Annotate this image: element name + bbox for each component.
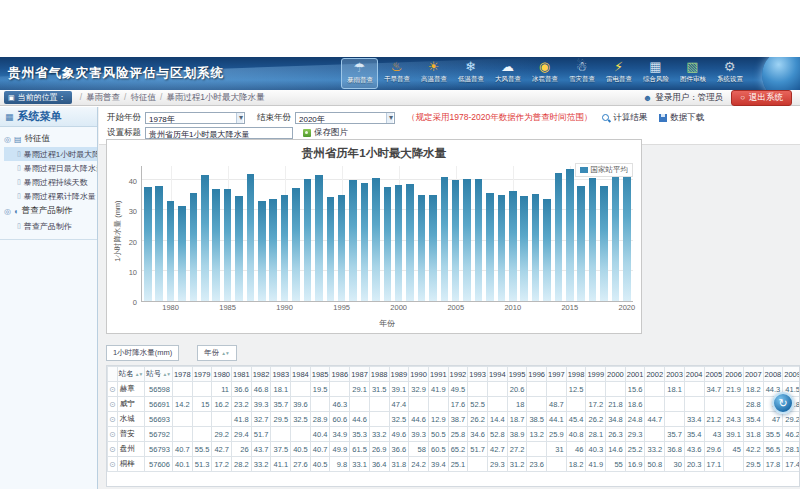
header-year-1998[interactable]: 1998 <box>566 367 586 382</box>
bar-2002[interactable] <box>418 195 426 301</box>
bar-1989[interactable] <box>269 199 277 301</box>
bar-1997[interactable] <box>361 183 369 301</box>
chart-title-input[interactable]: 贵州省历年1小时最大降水量 <box>145 127 293 139</box>
bar-1981[interactable] <box>178 206 186 302</box>
nav-item-干旱普查[interactable]: ♨干旱普查 <box>378 58 415 89</box>
row-select-icon[interactable]: ⊙ <box>108 457 118 472</box>
table-row-赫章[interactable]: ⊙赫章565981136.646.818.119.529.131.539.132… <box>108 382 800 397</box>
nav-item-低温普查[interactable]: ❄低温普查 <box>452 58 489 89</box>
header-year-2005[interactable]: 2005 <box>704 367 724 382</box>
row-select-icon[interactable]: ⊙ <box>108 412 118 427</box>
bar-2001[interactable] <box>406 184 414 301</box>
logout-button[interactable]: ○ 退出系统 <box>731 90 792 106</box>
header-year-1991[interactable]: 1991 <box>428 367 448 382</box>
nav-item-雷电普查[interactable]: ⚡雷电普查 <box>600 58 637 89</box>
bar-2011[interactable] <box>520 196 528 301</box>
bar-2017[interactable] <box>589 178 597 301</box>
bar-1999[interactable] <box>384 187 392 301</box>
header-year-2006[interactable]: 2006 <box>724 367 744 382</box>
header-year-1993[interactable]: 1993 <box>468 367 488 382</box>
sort-arrows-icon[interactable]: ▴▾ <box>163 371 171 377</box>
table-row-桐梓[interactable]: ⊙桐梓5760640.151.317.228.233.241.127.640.5… <box>108 457 800 472</box>
breadcrumb-item[interactable]: 暴雨普查 <box>86 92 120 104</box>
header-year-1979[interactable]: 1979 <box>192 367 212 382</box>
header-year-1994[interactable]: 1994 <box>487 367 507 382</box>
sort-arrows-icon[interactable]: ▴▾ <box>222 350 230 356</box>
bar-1979[interactable] <box>155 186 163 301</box>
header-year-2000[interactable]: 2000 <box>606 367 626 382</box>
bar-1980[interactable] <box>167 201 175 301</box>
nav-item-系统设置[interactable]: ⚙系统设置 <box>711 58 748 89</box>
header-year-2003[interactable]: 2003 <box>665 367 685 382</box>
bar-1983[interactable] <box>201 175 209 301</box>
bar-2003[interactable] <box>429 195 437 301</box>
header-year-1984[interactable]: 1984 <box>291 367 311 382</box>
bar-2007[interactable] <box>475 179 483 301</box>
table-row-水城[interactable]: ⊙水城5669341.832.729.532.528.960.644.632.5… <box>108 412 800 427</box>
table-row-普安[interactable]: ⊙普安5679229.229.451.740.434.935.333.249.6… <box>108 427 800 442</box>
bar-2016[interactable] <box>577 186 585 301</box>
tree-group-特征值[interactable]: ◎▤特征值 <box>4 131 97 147</box>
tree-group-普查产品制作[interactable]: ◎◐普查产品制作 <box>4 203 97 219</box>
bar-2005[interactable] <box>452 180 460 301</box>
nav-item-冰雹普查[interactable]: ◉冰雹普查 <box>526 58 563 89</box>
nav-item-雪灾普查[interactable]: ☃雪灾普查 <box>563 58 600 89</box>
tree-item-暴雨过程日最大降水量[interactable]: ▯暴雨过程日最大降水量 <box>4 161 97 175</box>
start-year-select[interactable]: 1978年 <box>145 112 245 124</box>
bar-1991[interactable] <box>292 188 300 301</box>
header-year-1981[interactable]: 1981 <box>232 367 252 382</box>
bar-1994[interactable] <box>327 197 335 301</box>
end-year-select[interactable]: 2020年 <box>295 112 395 124</box>
bar-1993[interactable] <box>315 175 323 301</box>
breadcrumb-item[interactable]: 特征值 <box>130 92 156 104</box>
bar-2004[interactable] <box>441 177 449 301</box>
nav-item-综合风险[interactable]: ▦综合风险 <box>637 58 674 89</box>
header-year-1985[interactable]: 1985 <box>310 367 330 382</box>
header-year-1989[interactable]: 1989 <box>389 367 409 382</box>
header-year-2007[interactable]: 2007 <box>743 367 763 382</box>
bar-2006[interactable] <box>463 179 471 301</box>
row-select-icon[interactable]: ⊙ <box>108 427 118 442</box>
bar-2019[interactable] <box>612 163 620 301</box>
download-data-button[interactable]: 数据下载 <box>659 112 704 124</box>
nav-item-图件审核[interactable]: ▧图件审核 <box>674 58 711 89</box>
refresh-floating-button[interactable]: ↻ <box>772 392 794 414</box>
header-year-1995[interactable]: 1995 <box>507 367 527 382</box>
bar-1992[interactable] <box>304 179 312 301</box>
header-year-2002[interactable]: 2002 <box>645 367 665 382</box>
header-year-2008[interactable]: 2008 <box>763 367 783 382</box>
tree-item-暴雨过程1小时最大降水量[interactable]: ▯暴雨过程1小时最大降水量 <box>4 147 97 161</box>
bar-2014[interactable] <box>555 173 563 301</box>
bar-2015[interactable] <box>566 169 574 301</box>
header-year-1999[interactable]: 1999 <box>586 367 606 382</box>
tree-item-暴雨过程持续天数[interactable]: ▯暴雨过程持续天数 <box>4 175 97 189</box>
bar-2013[interactable] <box>543 199 551 301</box>
row-select-icon[interactable]: ⊙ <box>108 382 118 397</box>
bar-1985[interactable] <box>224 189 232 301</box>
bar-2000[interactable] <box>395 185 403 301</box>
nav-item-高温普查[interactable]: ☀高温普查 <box>415 58 452 89</box>
bar-2009[interactable] <box>498 195 506 301</box>
year-sort-box[interactable]: 年份 ▴▾ <box>197 345 237 361</box>
tree-item-普查产品制作[interactable]: ▯普查产品制作 <box>4 219 97 233</box>
bar-1990[interactable] <box>281 195 289 301</box>
header-year-1990[interactable]: 1990 <box>409 367 429 382</box>
header-station-id[interactable]: 站号 ▴▾ <box>145 367 173 382</box>
header-year-1983[interactable]: 1983 <box>271 367 291 382</box>
bar-1998[interactable] <box>372 178 380 301</box>
bar-2020[interactable] <box>623 165 631 301</box>
header-year-1987[interactable]: 1987 <box>350 367 370 382</box>
sort-arrows-icon[interactable]: ▴▾ <box>136 371 144 377</box>
header-year-1996[interactable]: 1996 <box>527 367 547 382</box>
bar-1995[interactable] <box>338 195 346 301</box>
bar-1996[interactable] <box>349 180 357 301</box>
bar-2018[interactable] <box>600 186 608 301</box>
header-year-1986[interactable]: 1986 <box>330 367 350 382</box>
row-select-icon[interactable]: ⊙ <box>108 397 118 412</box>
nav-item-暴雨普查[interactable]: ☂暴雨普查 <box>341 58 378 89</box>
header-year-1997[interactable]: 1997 <box>547 367 567 382</box>
bar-1987[interactable] <box>247 174 255 301</box>
bar-1982[interactable] <box>190 193 198 301</box>
header-year-2001[interactable]: 2001 <box>625 367 645 382</box>
bar-2010[interactable] <box>509 191 517 301</box>
